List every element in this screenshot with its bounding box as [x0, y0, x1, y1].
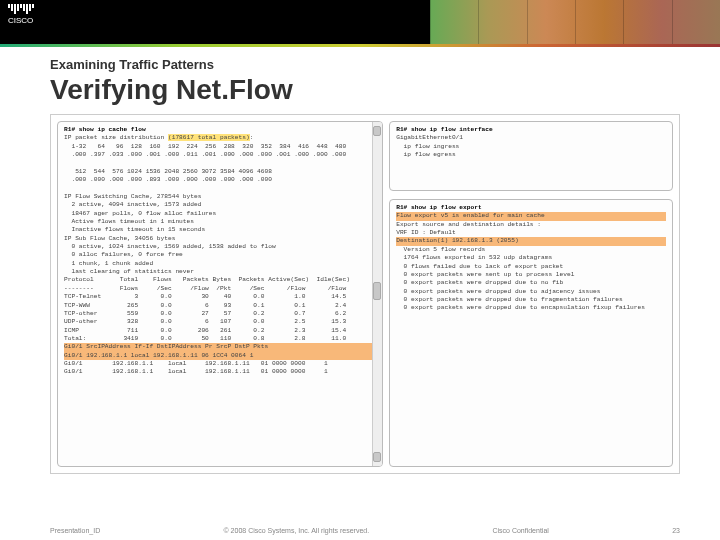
export-enabled-hl: Flow export v5 is enabled for main cache	[396, 212, 666, 220]
page-title: Verifying Net.Flow	[50, 74, 680, 106]
output-pane-flow-export: R1# show ip flow export Flow export v5 i…	[389, 199, 673, 467]
output-pane-cacheflow: R1# show ip cache flow IP packet size di…	[57, 121, 383, 467]
banner-photos	[430, 0, 720, 44]
total-packets-hl: (178617 total packets)	[168, 134, 250, 141]
iface-row-hl: Gi0/1 192.168.1.1 local 192.168.1.11 06 …	[64, 352, 376, 360]
cmd-show-ip-flow-interface: R1# show ip flow interface	[396, 126, 493, 133]
cmd-show-ip-cache-flow: R1# show ip cache flow	[64, 126, 146, 133]
right-column: R1# show ip flow interface GigabitEthern…	[389, 121, 673, 467]
footer-id: Presentation_ID	[50, 527, 100, 534]
cmd-show-ip-flow-export: R1# show ip flow export	[396, 204, 481, 211]
cisco-logo: CISCO	[0, 0, 42, 29]
export-tail: Version 5 flow records 1764 flows export…	[396, 246, 666, 313]
footer-copyright: © 2008 Cisco Systems, Inc. All rights re…	[224, 527, 370, 534]
flow-interface-body: GigabitEthernet0/1 ip flow ingress ip fl…	[396, 134, 666, 159]
logo-bars-icon	[8, 4, 34, 14]
iface-header-hl: Gi0/1 SrcIPAddress If-If DstIPAddress Pr…	[64, 343, 376, 351]
page-number: 23	[672, 527, 680, 534]
scroll-up-icon[interactable]	[373, 126, 381, 136]
footer: Presentation_ID © 2008 Cisco Systems, In…	[0, 527, 720, 534]
logo-text: CISCO	[8, 16, 33, 25]
content-frame: R1# show ip cache flow IP packet size di…	[50, 114, 680, 474]
dist-suffix: :	[250, 134, 254, 141]
output-pane-flow-interface: R1# show ip flow interface GigabitEthern…	[389, 121, 673, 191]
export-dest-hl: Destination(1) 192.168.1.3 (2055)	[396, 237, 666, 245]
footer-confidential: Cisco Confidential	[492, 527, 548, 534]
pretitle: Examining Traffic Patterns	[50, 57, 680, 72]
scroll-down-icon[interactable]	[373, 452, 381, 462]
dist-prefix: IP packet size distribution	[64, 134, 168, 141]
scrollbar[interactable]	[372, 122, 382, 466]
cacheflow-body: 1-32 64 96 128 160 192 224 256 288 320 3…	[64, 143, 376, 344]
scroll-thumb[interactable]	[373, 282, 381, 300]
iface-rows-tail: Gi0/1 192.168.1.1 local 192.168.1.11 01 …	[64, 360, 376, 377]
export-mid: Export source and destination details : …	[396, 221, 666, 238]
header-bar: CISCO	[0, 0, 720, 44]
slide-body: Examining Traffic Patterns Verifying Net…	[0, 47, 720, 474]
